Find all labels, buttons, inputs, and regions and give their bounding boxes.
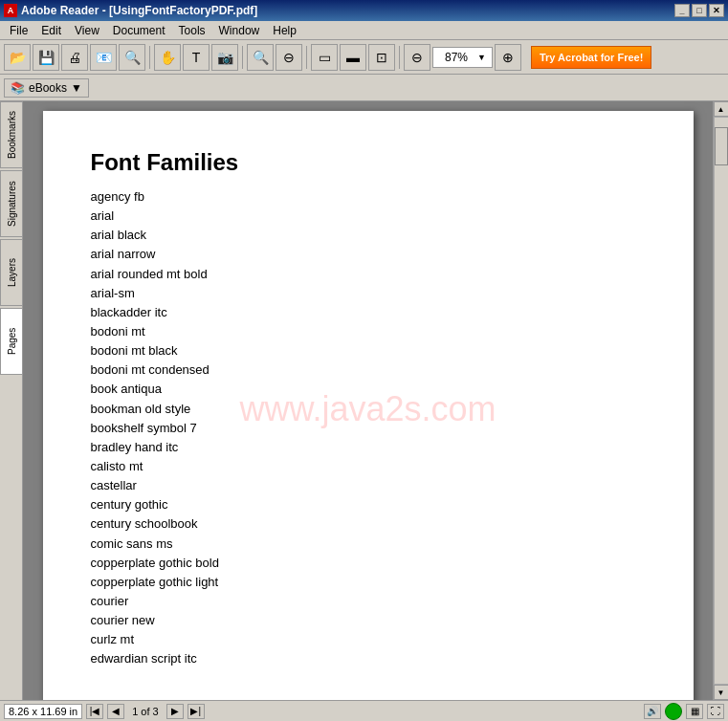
window-title: Adobe Reader - [UsingFontFactoryPDF.pdf]	[21, 4, 257, 17]
ebooks-icon: 📚	[11, 81, 25, 95]
font-list: agency fb arial arial black arial narrow…	[91, 187, 646, 669]
signatures-tab[interactable]: Signatures	[0, 170, 23, 237]
status-indicator	[665, 703, 682, 720]
title-bar: A Adobe Reader - [UsingFontFactoryPDF.pd…	[0, 0, 728, 21]
separator-4	[399, 46, 400, 69]
list-item: courier	[91, 592, 646, 611]
open-button[interactable]: 📂	[4, 44, 31, 71]
view-toggle-button[interactable]: ▦	[686, 704, 703, 719]
bookmarks-label: Bookmarks	[7, 111, 17, 159]
scroll-track[interactable]	[714, 117, 729, 685]
list-item: century gothic	[91, 495, 646, 514]
next-page-button[interactable]: ▶	[166, 704, 184, 719]
bookmarks-tab[interactable]: Bookmarks	[0, 101, 23, 168]
separator-3	[306, 46, 307, 69]
list-item: arial-sm	[91, 284, 646, 303]
status-bar: 8.26 x 11.69 in |◀ ◀ 1 of 3 ▶ ▶| 🔊 ▦ ⛶	[0, 700, 728, 721]
menu-window[interactable]: Window	[213, 23, 266, 38]
list-item: bookshelf symbol 7	[91, 419, 646, 438]
left-panel: Bookmarks Signatures Layers Pages	[0, 101, 23, 700]
list-item: arial black	[91, 226, 646, 245]
page-dimensions: 8.26 x 11.69 in	[4, 704, 82, 719]
restore-button[interactable]: □	[692, 4, 707, 17]
list-item: bradley hand itc	[91, 438, 646, 457]
layers-label: Layers	[7, 258, 17, 287]
email-button[interactable]: 📧	[90, 44, 117, 71]
first-page-button[interactable]: |◀	[86, 704, 103, 719]
hand-tool-button[interactable]: ✋	[154, 44, 181, 71]
main-toolbar: 📂 💾 🖨 📧 🔍 ✋ T 📷 🔍 ⊖ ▭ ▬ ⊡ ⊖ ▼ ⊕ Try Acro…	[0, 40, 728, 75]
ebooks-button[interactable]: 📚 eBooks ▼	[4, 78, 89, 98]
list-item: arial narrow	[91, 245, 646, 264]
pdf-page: www.java2s.com Font Families agency fb a…	[43, 111, 694, 700]
last-page-button[interactable]: ▶|	[188, 704, 205, 719]
ebooks-label: eBooks	[29, 81, 67, 95]
actual-size-button[interactable]: ⊡	[368, 44, 395, 71]
audio-button[interactable]: 🔊	[644, 704, 661, 719]
list-item: castellar	[91, 476, 646, 495]
signatures-label: Signatures	[7, 181, 17, 227]
list-item: bodoni mt black	[91, 341, 646, 360]
app-icon: A	[4, 4, 17, 17]
pdf-content-area: www.java2s.com Font Families agency fb a…	[23, 101, 713, 700]
pages-tab[interactable]: Pages	[0, 308, 23, 375]
list-item: copperplate gothic bold	[91, 554, 646, 573]
menu-document[interactable]: Document	[107, 23, 171, 38]
menu-file[interactable]: File	[4, 23, 33, 38]
search-button[interactable]: 🔍	[119, 44, 145, 71]
zoom-out-button[interactable]: ⊖	[276, 44, 302, 71]
menu-view[interactable]: View	[69, 23, 105, 38]
prev-page-button[interactable]: ◀	[107, 704, 124, 719]
menu-tools[interactable]: Tools	[173, 23, 211, 38]
fit-page-button[interactable]: ▭	[311, 44, 338, 71]
menu-edit[interactable]: Edit	[35, 23, 67, 38]
snapshot-button[interactable]: 📷	[211, 44, 238, 71]
zoom-increase-button[interactable]: ⊕	[495, 44, 521, 71]
layers-tab[interactable]: Layers	[0, 239, 23, 306]
list-item: edwardian script itc	[91, 649, 646, 668]
zoom-in-button[interactable]: 🔍	[247, 44, 274, 71]
secondary-toolbar: 📚 eBooks ▼	[0, 75, 728, 101]
pages-label: Pages	[7, 328, 17, 355]
pdf-heading: Font Families	[91, 149, 646, 176]
list-item: arial rounded mt bold	[91, 265, 646, 284]
list-item: bookman old style	[91, 400, 646, 419]
list-item: comic sans ms	[91, 535, 646, 554]
list-item: courier new	[91, 611, 646, 630]
menu-bar: File Edit View Document Tools Window Hel…	[0, 21, 728, 40]
fullscreen-button[interactable]: ⛶	[707, 704, 724, 719]
save-button[interactable]: 💾	[33, 44, 59, 71]
list-item: calisto mt	[91, 457, 646, 476]
separator-1	[149, 46, 150, 69]
scroll-up-button[interactable]: ▲	[714, 101, 729, 117]
zoom-input[interactable]	[437, 51, 475, 64]
select-tool-button[interactable]: T	[183, 44, 210, 71]
list-item: curlz mt	[91, 630, 646, 649]
status-right-area: 🔊 ▦ ⛶	[644, 703, 724, 720]
ebooks-dropdown-arrow[interactable]: ▼	[71, 81, 82, 95]
title-buttons: _ □ ✕	[674, 4, 724, 17]
list-item: century schoolbook	[91, 514, 646, 534]
zoom-dropdown-arrow[interactable]: ▼	[475, 53, 488, 62]
vertical-scrollbar: ▲ ▼	[713, 101, 728, 700]
scroll-thumb[interactable]	[715, 127, 728, 165]
list-item: copperplate gothic light	[91, 573, 646, 592]
zoom-decrease-button[interactable]: ⊖	[404, 44, 430, 71]
fit-width-button[interactable]: ▬	[340, 44, 366, 71]
list-item: bodoni mt condensed	[91, 360, 646, 380]
close-button[interactable]: ✕	[709, 4, 724, 17]
list-item: blackadder itc	[91, 303, 646, 322]
scroll-down-button[interactable]: ▼	[714, 685, 729, 700]
zoom-combo: ▼	[432, 47, 493, 68]
list-item: book antiqua	[91, 380, 646, 399]
minimize-button[interactable]: _	[674, 4, 690, 17]
menu-help[interactable]: Help	[267, 23, 302, 38]
separator-2	[242, 46, 243, 69]
main-area: Bookmarks Signatures Layers Pages www.ja…	[0, 101, 728, 700]
print-button[interactable]: 🖨	[61, 44, 88, 71]
list-item: arial	[91, 207, 646, 226]
try-acrobat-button[interactable]: Try Acrobat for Free!	[531, 46, 651, 69]
list-item: agency fb	[91, 187, 646, 207]
page-info: 1 of 3	[128, 706, 163, 717]
list-item: bodoni mt	[91, 322, 646, 341]
